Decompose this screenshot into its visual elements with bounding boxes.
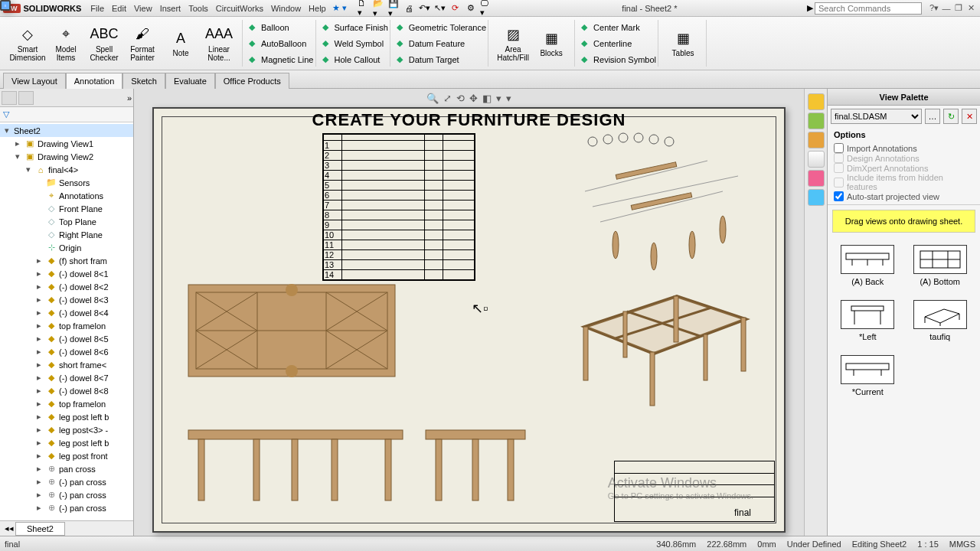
taskpane-explorer-icon[interactable] (808, 151, 825, 168)
ribbon-weld-symbol[interactable]: ◆Weld Symbol (319, 36, 388, 51)
rotate-icon[interactable]: ⟲ (456, 93, 465, 104)
isometric-view[interactable] (562, 281, 761, 419)
ribbon-autoballoon[interactable]: ◆AutoBalloon (246, 36, 314, 51)
status-units[interactable]: MMGS (949, 540, 975, 549)
tree-node[interactable]: ⊹Origin (0, 241, 133, 254)
pan-icon[interactable]: ✥ (469, 93, 478, 104)
taskpane-appearance-icon[interactable] (808, 189, 825, 206)
tree-node[interactable]: ▸⊕(-) pan cross (0, 488, 133, 501)
tree-node[interactable]: ▸◆(-) dowel 8<5 (0, 332, 133, 345)
tree-node[interactable]: ▸◆(-) dowel 8<7 (0, 371, 133, 384)
palette-browse-button[interactable]: … (925, 109, 940, 124)
ribbon-format-painter[interactable]: 🖌FormatPainter (124, 25, 161, 62)
opt-auto-start-projected-view[interactable]: Auto-start projected view (834, 191, 974, 201)
palette-view-taufiq[interactable]: taufiq (908, 300, 973, 341)
menu-edit[interactable]: Edit (112, 4, 126, 13)
front-view[interactable] (185, 424, 407, 508)
taskpane-resources-icon[interactable] (808, 112, 825, 129)
restore-icon[interactable]: ❐ (952, 3, 965, 13)
zoom-fit-icon[interactable]: 🔍 (426, 93, 439, 104)
sheet-nav-prev[interactable]: ◂◂ (5, 523, 14, 533)
tab-annotation[interactable]: Annotation (66, 73, 123, 89)
open-icon[interactable]: 📂▾ (373, 2, 385, 15)
menu-help[interactable]: Help (309, 4, 326, 13)
taskpane-home-icon[interactable] (808, 93, 825, 110)
tree-node[interactable]: ▸◆short frame< (0, 358, 133, 371)
menu-insert[interactable]: Insert (160, 4, 181, 13)
minimize-icon[interactable]: — (940, 4, 952, 13)
tree-node[interactable]: ▸⊕(-) pan cross (0, 475, 133, 488)
print-icon[interactable]: 🖨 (403, 2, 416, 15)
tree-node[interactable]: ▸◆(-) dowel 8<6 (0, 345, 133, 358)
ribbon-datum-feature[interactable]: ◆Datum Feature (394, 36, 486, 51)
tree-node[interactable]: ⌖Annotations (0, 189, 133, 202)
rebuild-icon[interactable]: ⟳ (449, 2, 462, 15)
taskpane-palette-icon[interactable] (808, 170, 825, 187)
exploded-view[interactable] (570, 130, 761, 283)
menu-view[interactable]: View (134, 4, 152, 13)
select-icon[interactable]: ↖▾ (434, 2, 446, 15)
save-icon[interactable]: 💾▾ (388, 2, 400, 15)
palette-view--a-bottom[interactable]: (A) Bottom (908, 245, 973, 286)
tree-node[interactable]: ▸◆leg post<3> - (0, 423, 133, 436)
tree-node[interactable]: ▾▣Drawing View2 (0, 150, 133, 163)
ribbon-geometric-tolerance[interactable]: ◆Geometric Tolerance (394, 20, 486, 35)
side-view[interactable] (422, 424, 529, 508)
palette-view--a-back[interactable]: (A) Back (835, 245, 900, 286)
ribbon-centerline[interactable]: ◆Centerline (578, 36, 656, 51)
palette-file-select[interactable]: final.SLDASM (831, 109, 922, 124)
close-icon[interactable]: ✕ (965, 3, 977, 13)
tree-node[interactable]: ▸◆(-) dowel 8<2 (0, 280, 133, 293)
tree-node[interactable]: ▸◆leg post left b (0, 410, 133, 423)
tree-node[interactable]: ▸◆leg post front (0, 449, 133, 462)
display-style-icon[interactable]: ▾ (496, 93, 501, 104)
palette-refresh-button[interactable]: ↻ (943, 109, 959, 124)
tree-node[interactable]: ◇Right Plane (0, 228, 133, 241)
ribbon-magnetic-line[interactable]: ◆Magnetic Line (246, 52, 314, 67)
menu-file[interactable]: File (90, 4, 104, 13)
ribbon-blocks[interactable]: ▦Blocks (533, 29, 570, 57)
feature-filter[interactable]: ▽ (0, 107, 133, 122)
tab-evaluate[interactable]: Evaluate (165, 73, 215, 89)
tree-node[interactable]: ▸◆(-) dowel 8<4 (0, 306, 133, 319)
menu-circuitworks[interactable]: CircuitWorks (216, 4, 263, 13)
tree-node[interactable]: ▸◆top framelon (0, 319, 133, 332)
tree-node[interactable]: ▸◆leg post left b (0, 436, 133, 449)
ribbon-area-hatch-fill[interactable]: ▨AreaHatch/Fill (495, 25, 531, 62)
ribbon-datum-target[interactable]: ◆Datum Target (394, 52, 486, 67)
ribbon-model-items[interactable]: ⌖ModelItems (47, 25, 84, 62)
ribbon-linear-note-[interactable]: AAALinearNote... (201, 25, 237, 62)
tree-node[interactable]: ▾▫Sheet2 (0, 124, 133, 137)
new-icon[interactable]: 🗋▾ (358, 2, 370, 15)
tree-node[interactable]: ▸⊕(-) pan cross (0, 501, 133, 514)
tree-node[interactable]: ▸◆(-) dowel 8<8 (0, 384, 133, 397)
tree-node[interactable]: ▸▣Drawing View1 (0, 137, 133, 150)
tree-node[interactable]: ▸⊕pan cross (0, 462, 133, 475)
ribbon-spell-checker[interactable]: ABCSpellChecker (86, 25, 122, 62)
ribbon-tables[interactable]: ▦Tables (665, 29, 701, 57)
search-go-icon[interactable]: ▶ (807, 3, 813, 13)
ribbon-surface-finish[interactable]: ◆Surface Finish (319, 20, 388, 35)
screen-icon[interactable]: 🖵▾ (480, 2, 492, 15)
section-icon[interactable]: ◧ (482, 93, 492, 104)
menu-window[interactable]: Window (271, 4, 301, 13)
hide-show-icon[interactable]: ▾ (506, 93, 511, 104)
tree-node[interactable]: ▾⌂final<4> (0, 163, 133, 176)
tab-office-products[interactable]: Office Products (215, 73, 289, 89)
ribbon-balloon[interactable]: ◆Balloon (246, 20, 314, 35)
sheet-tab[interactable]: Sheet2 (15, 522, 65, 536)
palette-view--current[interactable]: *Current (835, 355, 900, 396)
tree-node[interactable]: ◇Top Plane (0, 215, 133, 228)
options-icon[interactable]: ⚙ (465, 2, 477, 15)
opt-import-annotations[interactable]: Import Annotations (834, 143, 974, 153)
palette-clear-button[interactable]: ✕ (962, 109, 977, 124)
tree-node[interactable]: ▸◆(-) dowel 8<1 (0, 267, 133, 280)
top-view[interactable] (185, 281, 399, 380)
fm-expand-icon[interactable]: » (127, 93, 132, 103)
ribbon-center-mark[interactable]: ◆Center Mark (578, 20, 656, 35)
tree-node[interactable]: 📁Sensors (0, 176, 133, 189)
taskpane-library-icon[interactable] (808, 132, 825, 148)
menu-dropdown-icon[interactable]: ★ ▾ (332, 3, 347, 13)
menu-tools[interactable]: Tools (188, 4, 208, 13)
help-icon[interactable]: ?▾ (928, 3, 940, 13)
